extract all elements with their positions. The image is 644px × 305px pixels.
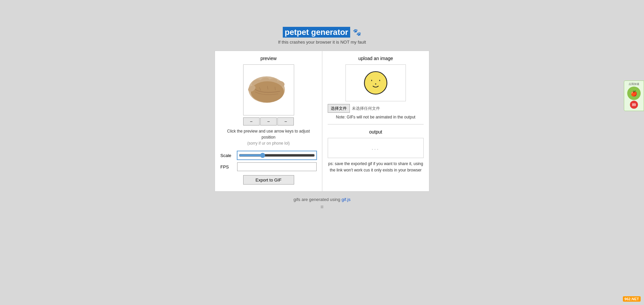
subtitle: If this crashes your browser it is NOT m…	[278, 40, 366, 45]
image-preview-box	[345, 64, 406, 101]
hand-svg	[244, 64, 294, 115]
output-note: ps: save the exported gif if you want to…	[328, 161, 424, 173]
control-buttons-row: – – –	[243, 117, 294, 125]
no-file-text: 未选择任何文件	[352, 106, 380, 111]
svg-point-5	[251, 81, 284, 102]
control-btn-center[interactable]: –	[260, 117, 277, 125]
position-hint: Click the preview and use arrow keys to …	[220, 128, 317, 146]
watermark: 962.NET	[623, 296, 641, 302]
scale-row: Scale	[220, 151, 317, 160]
control-btn-right[interactable]: –	[277, 117, 294, 125]
footer-text: gifs are generated using	[293, 197, 341, 202]
footer: gifs are generated using gif.js	[293, 197, 351, 202]
output-box: ...	[328, 138, 424, 158]
left-panel: preview	[215, 51, 322, 191]
preview-header: preview	[220, 56, 317, 61]
title-row: petpet generator 🐾	[283, 27, 361, 38]
output-placeholder: ...	[372, 145, 380, 151]
choose-file-button[interactable]: 选择文件	[328, 104, 350, 113]
footer-divider: ≡	[320, 204, 323, 210]
export-gif-button[interactable]: Export to GIF	[243, 175, 294, 185]
upload-section: upload an image	[328, 56, 424, 124]
main-container: preview	[215, 51, 429, 192]
output-section: output ... ps: save the exported gif if …	[328, 129, 424, 173]
file-upload-row: 选择文件 未选择任何文件	[328, 104, 424, 113]
fps-input[interactable]: 16	[237, 162, 317, 171]
preview-canvas[interactable]	[243, 64, 294, 115]
gif-js-link[interactable]: gif.js	[341, 197, 351, 202]
scale-label: Scale	[220, 153, 237, 158]
svg-point-10	[364, 71, 387, 94]
svg-point-13	[375, 84, 376, 85]
right-panel: upload an image	[322, 51, 429, 191]
fps-row: FPS 16	[220, 162, 317, 171]
side-ad: 点我加速 🍎 89	[624, 81, 644, 111]
scale-slider-wrapper[interactable]	[237, 151, 317, 160]
output-header: output	[328, 129, 424, 135]
emoji-icon: 🐾	[353, 28, 361, 36]
upload-header: upload an image	[328, 56, 424, 61]
control-btn-left[interactable]: –	[243, 117, 260, 125]
app-title: petpet generator	[283, 27, 350, 38]
gif-note: Note: GIFs will not be animated in the o…	[328, 115, 424, 119]
scale-slider[interactable]	[239, 151, 315, 160]
smiley-svg	[362, 69, 389, 96]
fps-label: FPS	[220, 164, 237, 169]
